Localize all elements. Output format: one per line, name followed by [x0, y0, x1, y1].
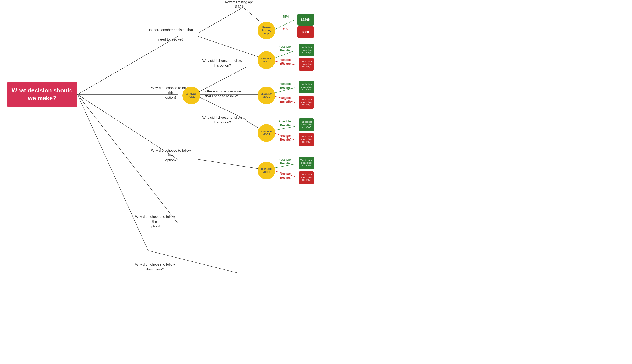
result-box-c4-green: This decision is feasible or not. Why?	[299, 157, 314, 169]
pct-45: 45%	[283, 27, 289, 31]
svg-line-4	[198, 7, 244, 33]
connector-lines	[0, 0, 632, 364]
result-60k: $60K	[297, 26, 314, 38]
result-label-c4-green: PossibleResults	[279, 158, 291, 166]
top-node-label: Revam Existing App-$ 30 K	[219, 0, 260, 9]
result-label-c3-red: PossibleResults	[279, 134, 291, 142]
svg-line-20	[198, 160, 266, 170]
result-label-c1-red: PossibleResults	[279, 58, 291, 66]
chance-node-1: CHANCEMODE	[258, 51, 275, 69]
result-label-d1-green: PossibleResults	[279, 82, 291, 90]
sub-branch-upper-label: Why did I choose to follow this option?	[201, 58, 244, 68]
result-box-c1-red: This decision is feasible or not. Why?	[299, 58, 314, 70]
branch3-label: Why did I choose to follow thisoption?	[148, 148, 194, 162]
chance-node-main: CHANCENODE	[182, 86, 200, 104]
bottom-branch-label: Why did I choose to follow this option?	[132, 262, 178, 272]
root-label: What decision should we make?	[9, 87, 75, 102]
result-label-c3-green: PossibleResults	[279, 120, 291, 127]
result-box-c4-red: This decision is feasible or not. Why?	[299, 171, 314, 184]
result-box-d1-green: This decision is feasible or not. Why?	[299, 81, 314, 94]
sub-branch-lower-label: Why did I choose to follow this option?	[201, 115, 244, 124]
chance-node-4: CHANCEMODE	[258, 162, 275, 180]
root-decision-box: What decision should we make?	[7, 82, 78, 107]
branch1-label: Is there another decision that Ineed to …	[148, 27, 194, 42]
result-box-c3-red: This decision is feasible or not. Why?	[299, 133, 314, 146]
sub-branch-mid-label: Is there another decision that I need to…	[201, 89, 244, 98]
decision-node-1: DECISIONMODE	[258, 86, 275, 104]
result-label-d1-red: PossibleResults	[279, 96, 291, 104]
chance-node-3: CHANCEMODE	[258, 124, 275, 142]
svg-line-8	[198, 36, 266, 59]
result-label-c1-green: PossibleResults	[279, 45, 291, 52]
result-120k: $120K	[297, 14, 314, 26]
pct-55: 55%	[283, 15, 289, 18]
branch4-label: Why did I choose to follow thisoption?	[132, 214, 178, 228]
result-label-c4-red: PossibleResults	[279, 172, 291, 180]
result-box-c3-green: This decision is feasible or not. Why?	[299, 118, 314, 131]
result-box-c1-green: This decision is feasible or not. Why?	[299, 44, 314, 56]
revam-node: RevamExistingApp	[258, 22, 275, 40]
result-box-d1-red: This decision is feasible or not. Why?	[299, 96, 314, 109]
canvas: What decision should we make? Revam Exis…	[0, 0, 632, 364]
